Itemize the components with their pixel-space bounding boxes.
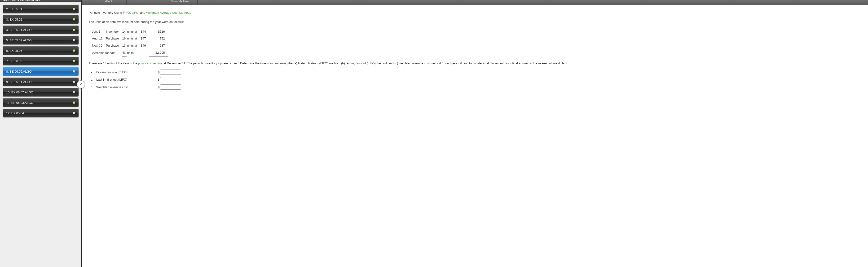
dot-icon: [73, 70, 75, 73]
answer-label: First-in, first-out (FIFO): [96, 70, 158, 75]
sidebar-item[interactable]: 5. BE.05.02.ALGO: [3, 36, 79, 44]
dot-icon: [73, 39, 75, 41]
currency-symbol: $: [158, 77, 159, 82]
answer-row: b.Last-in, first-out (LIFO)$: [91, 77, 861, 82]
check-icon: [73, 101, 75, 104]
dot-icon: [73, 91, 75, 93]
answer-row: c.Weighted average cost$: [91, 85, 861, 90]
sidebar-item-label: 7. BE.06.08: [6, 59, 73, 63]
sidebar-item[interactable]: 2. EX.05.01: [3, 5, 79, 13]
answers: a.First-in, first-out (FIFO)$b.Last-in, …: [91, 70, 861, 90]
sidebar-item-label: 3. EX.05.02: [6, 18, 73, 21]
content: Periodic Inventory Using FIFO, LIFO, and…: [82, 5, 868, 267]
sidebar: Module 5 Problem Set 2. EX.05.013. EX.05…: [0, 0, 82, 267]
answer-input-0[interactable]: [160, 70, 181, 75]
answer-row: a.First-in, first-out (FIFO)$: [91, 70, 861, 75]
main-panel: eBook Show Me How Periodic Inventory Usi…: [82, 0, 868, 267]
table-row: Aug. 13Purchase16units at$47752: [92, 35, 168, 42]
sidebar-item-label: 12. EX.05.04: [6, 111, 73, 115]
sidebar-item-label: 8. BE.06.05.ALGO: [6, 70, 73, 73]
sidebar-item[interactable]: 4. BE.06.01.ALGO: [3, 26, 79, 34]
sidebar-item[interactable]: 3. EX.05.02: [3, 15, 79, 24]
sidebar-item-label: 9. BE.05.01.ALGO: [6, 80, 73, 84]
tab-ebook[interactable]: eBook: [91, 0, 127, 5]
dot-icon: [73, 112, 75, 114]
sidebar-item[interactable]: 12. EX.05.04: [3, 109, 79, 117]
tab-blank[interactable]: [127, 0, 162, 5]
link-fifo[interactable]: FIFO: [123, 11, 130, 14]
sidebar-item-label: 6. EX.05.06: [6, 49, 73, 53]
table-row: Jan. 1Inventory14units at$44$616: [92, 28, 168, 35]
answer-letter: c.: [91, 85, 96, 90]
link-physical-inventory[interactable]: physical inventory: [138, 62, 162, 65]
answer-input-1[interactable]: [160, 77, 181, 82]
inventory-table: Jan. 1Inventory14units at$44$616Aug. 13P…: [92, 28, 168, 57]
sidebar-item-label: 5. BE.05.02.ALGO: [6, 38, 73, 42]
link-lifo[interactable]: LIFO: [131, 11, 138, 14]
sidebar-item[interactable]: 6. EX.05.06: [3, 46, 79, 55]
link-wac[interactable]: Weighted Average Cost Methods: [146, 11, 191, 14]
answer-letter: a.: [91, 70, 96, 75]
check-icon: [73, 18, 75, 21]
sidebar-item[interactable]: 10. EX.06.07.ALGO: [3, 88, 79, 97]
sidebar-collapse-button[interactable]: <: [77, 80, 85, 89]
sidebar-item-label: 10. EX.06.07.ALGO: [6, 91, 73, 94]
answer-label: Weighted average cost: [96, 85, 158, 90]
sidebar-item-label: 2. EX.05.01: [6, 7, 73, 11]
dot-icon: [73, 81, 75, 83]
table-row: Nov. 30Purchase13units at$49637: [92, 42, 168, 49]
sidebar-item-label: 11. BE.06.03.ALGO: [6, 101, 73, 104]
currency-symbol: $: [158, 70, 159, 75]
tab-blank2[interactable]: [197, 0, 233, 5]
sidebar-list[interactable]: 2. EX.05.013. EX.05.024. BE.06.01.ALGO5.…: [0, 2, 82, 267]
toolbar: eBook Show Me How: [82, 0, 868, 5]
answer-label: Last-in, first-out (LIFO): [96, 77, 158, 82]
currency-symbol: $: [158, 85, 159, 90]
sidebar-item[interactable]: 8. BE.06.05.ALGO: [3, 67, 79, 76]
tab-show-me-how[interactable]: Show Me How: [162, 0, 197, 5]
sidebar-item-label: 4. BE.06.01.ALGO: [6, 28, 73, 32]
check-icon: [73, 29, 75, 31]
sidebar-title: Module 5 Problem Set: [0, 0, 82, 2]
chevron-left-icon: <: [80, 82, 82, 87]
sidebar-item[interactable]: 9. BE.05.01.ALGO: [3, 77, 79, 86]
check-icon: [73, 49, 75, 52]
intro-text: The units of an item available for sale …: [89, 19, 861, 25]
check-icon: [73, 60, 75, 62]
question-heading: Periodic Inventory Using FIFO, LIFO, and…: [89, 10, 861, 15]
table-total-row: Available for sale43units$2,005: [92, 49, 168, 56]
question-body: There are 13 units of the item in the ph…: [89, 61, 861, 66]
answer-letter: b.: [91, 77, 96, 82]
answer-input-2[interactable]: [160, 85, 181, 90]
sidebar-item[interactable]: 11. BE.06.03.ALGO: [3, 98, 79, 107]
sidebar-item[interactable]: 7. BE.06.08: [3, 57, 79, 65]
check-icon: [73, 8, 75, 10]
